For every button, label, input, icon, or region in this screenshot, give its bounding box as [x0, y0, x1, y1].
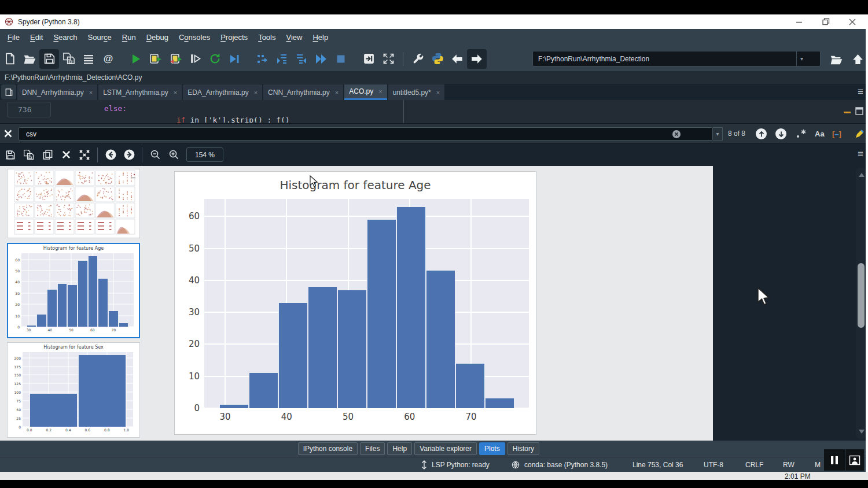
run-cell-advance-icon[interactable] — [165, 49, 185, 69]
menu-projects[interactable]: Projects — [215, 29, 253, 46]
new-file-icon[interactable] — [0, 49, 20, 69]
next-plot-icon[interactable] — [120, 146, 138, 164]
bottom-black-band — [0, 480, 868, 488]
close-find-icon[interactable] — [3, 129, 13, 138]
run-icon[interactable] — [126, 49, 146, 69]
maximize-pane-icon[interactable] — [359, 49, 378, 69]
pane-tab-ipython-console[interactable]: IPython console — [298, 442, 358, 455]
step-over-icon[interactable] — [252, 49, 272, 69]
menu-tools[interactable]: Tools — [253, 29, 281, 46]
step-return-icon[interactable] — [292, 49, 311, 69]
save-all-plots-icon[interactable] — [20, 146, 38, 164]
working-directory-input[interactable] — [533, 54, 796, 64]
clear-search-icon[interactable] — [672, 130, 681, 138]
working-directory-combo[interactable]: ▾ — [532, 51, 821, 66]
pane-tab-variable-explorer[interactable]: Variable explorer — [414, 442, 477, 455]
editor-pane[interactable]: 736 else: if in ['k'].strip() : f() — [0, 100, 868, 123]
minimize-icon[interactable] — [844, 112, 851, 113]
scroll-up-icon[interactable] — [859, 173, 865, 177]
rerun-icon[interactable] — [205, 49, 225, 69]
menu-edit[interactable]: Edit — [25, 29, 48, 46]
find-previous-icon[interactable] — [756, 128, 767, 139]
menu-run[interactable]: Run — [117, 29, 141, 46]
pane-tab-bar: IPython consoleFilesHelpVariable explore… — [0, 441, 868, 457]
thumbnail-histogram-sex[interactable]: Histogram for feature Sex0.00.20.40.60.8… — [7, 342, 140, 438]
x-tick-label: 60 — [404, 412, 415, 422]
debug-icon[interactable] — [225, 49, 244, 69]
pause-button[interactable] — [824, 449, 845, 471]
pane-tab-help[interactable]: Help — [387, 442, 412, 455]
close-tab-icon[interactable]: × — [335, 89, 339, 96]
pane-tab-plots[interactable]: Plots — [479, 442, 505, 455]
close-plot-icon[interactable] — [57, 146, 75, 164]
x-tick-label: 50 — [343, 412, 354, 422]
run-cell-icon[interactable] — [146, 49, 165, 69]
menu-help[interactable]: Help — [307, 29, 333, 46]
minimize-button[interactable] — [786, 14, 812, 29]
save-all-icon[interactable] — [59, 49, 79, 69]
chevron-down-icon[interactable]: ▾ — [796, 51, 807, 66]
run-selection-icon[interactable] — [185, 49, 205, 69]
pane-tab-history[interactable]: History — [507, 442, 539, 455]
restore-pane-icon[interactable] — [855, 107, 863, 115]
menu-search[interactable]: Search — [48, 29, 82, 46]
scroll-down-icon[interactable] — [859, 430, 865, 434]
case-sensitive-toggle[interactable]: Aa — [815, 124, 825, 144]
menu-debug[interactable]: Debug — [141, 29, 174, 46]
editor-tab-aco-py[interactable]: ACO.py× — [344, 84, 387, 100]
editor-tab-dnn-arrhythmia-py[interactable]: DNN_Arrhythmia.py× — [17, 84, 97, 100]
fullscreen-icon[interactable] — [378, 49, 398, 69]
parent-directory-icon[interactable] — [848, 49, 867, 69]
close-tab-icon[interactable]: × — [254, 89, 258, 96]
close-all-plots-icon[interactable] — [75, 146, 94, 164]
menu-file[interactable]: File — [2, 29, 25, 46]
search-history-dropdown-icon[interactable]: ▾ — [713, 127, 723, 141]
menu-view[interactable]: View — [281, 29, 307, 46]
preferences-icon[interactable] — [408, 49, 428, 69]
search-input[interactable] — [19, 127, 713, 141]
editor-tab-cnn-arrhythmia-py[interactable]: CNN_Arrhythmia.py× — [263, 84, 343, 100]
highlight-matches-icon[interactable] — [854, 128, 865, 139]
plots-options-menu-icon[interactable]: ≡ — [858, 149, 863, 160]
scrollbar-handle[interactable] — [858, 263, 865, 328]
restore-button[interactable] — [812, 14, 839, 29]
find-next-icon[interactable] — [775, 128, 786, 139]
tab-options-menu-icon[interactable]: ≡ — [858, 87, 863, 97]
close-button[interactable] — [839, 14, 866, 29]
close-tab-icon[interactable]: × — [436, 89, 440, 96]
symbol-finder-icon[interactable]: @ — [98, 49, 118, 69]
save-plot-icon[interactable] — [1, 146, 20, 164]
copy-plot-icon[interactable] — [38, 146, 57, 164]
editor-tab-eda-arrhythmia-py[interactable]: EDA_Arrhythmia.py× — [183, 84, 262, 100]
tab-label: LSTM_Arrhythmia.py — [103, 88, 168, 97]
file-switcher-icon[interactable] — [79, 49, 98, 69]
forward-icon[interactable] — [467, 49, 487, 69]
browse-directory-icon[interactable] — [826, 49, 846, 69]
menu-source[interactable]: Source — [83, 29, 117, 46]
thumbnail-pairplot[interactable] — [7, 169, 140, 238]
regex-toggle-icon[interactable] — [795, 127, 808, 140]
webcam-overlay-button[interactable] — [845, 449, 864, 471]
stop-icon[interactable] — [331, 49, 351, 69]
browse-tabs-icon[interactable] — [1, 84, 16, 99]
back-icon[interactable] — [447, 49, 467, 69]
close-tab-icon[interactable]: × — [89, 89, 93, 96]
menu-consoles[interactable]: Consoles — [174, 29, 215, 46]
thumbnail-histogram-age[interactable]: Histogram for feature Age304050607001020… — [7, 243, 140, 338]
close-tab-icon[interactable]: × — [174, 89, 177, 96]
close-tab-icon[interactable]: × — [378, 88, 382, 95]
previous-plot-icon[interactable] — [101, 146, 120, 164]
editor-tab-untitled5-py-[interactable]: untitled5.py*× — [388, 84, 444, 100]
continue-icon[interactable] — [311, 49, 331, 69]
pane-tab-files[interactable]: Files — [360, 442, 385, 455]
step-into-icon[interactable] — [272, 49, 292, 69]
pythonpath-icon[interactable] — [428, 49, 447, 69]
whole-word-toggle[interactable]: [–] — [832, 124, 841, 144]
zoom-in-icon[interactable] — [164, 146, 183, 164]
zoom-out-icon[interactable] — [146, 146, 164, 164]
hist-bar — [78, 261, 88, 327]
save-icon[interactable] — [39, 49, 59, 69]
screen: Spyder (Python 3.8) FileEditSearchSource… — [0, 0, 868, 488]
editor-tab-lstm-arrhythmia-py[interactable]: LSTM_Arrhythmia.py× — [98, 84, 182, 100]
open-file-icon[interactable] — [20, 49, 39, 69]
